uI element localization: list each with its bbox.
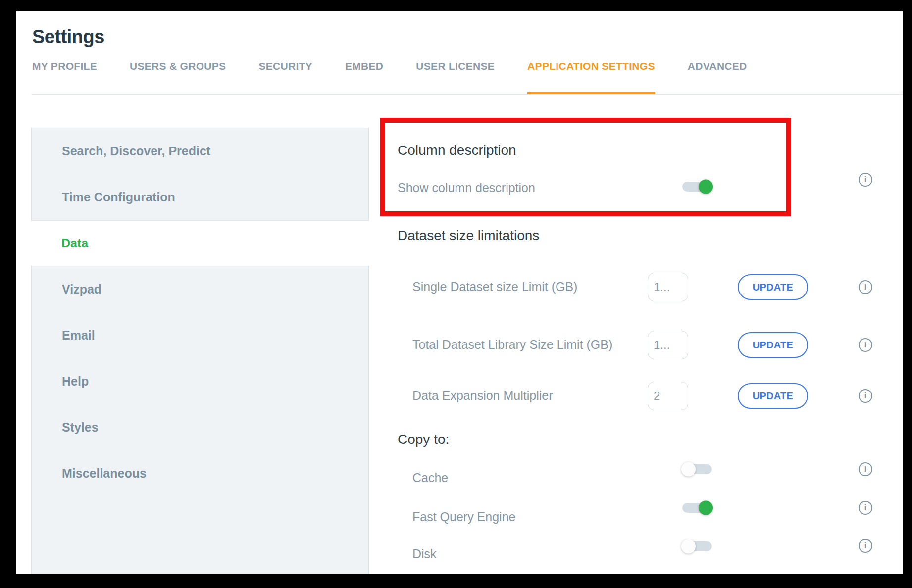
show-column-description-label: Show column description bbox=[398, 181, 535, 195]
toggle-knob bbox=[699, 180, 713, 194]
info-icon[interactable]: i bbox=[859, 338, 872, 352]
info-icon[interactable]: i bbox=[859, 501, 872, 515]
disk-toggle[interactable] bbox=[682, 541, 712, 551]
total-dataset-library-label: Total Dataset Library Size Limit (GB) bbox=[412, 338, 612, 352]
fast-query-engine-label: Fast Query Engine bbox=[412, 510, 515, 524]
tab-bar: MY PROFILE USERS & GROUPS SECURITY EMBED… bbox=[32, 60, 747, 94]
show-column-description-toggle[interactable] bbox=[682, 182, 712, 192]
disk-label: Disk bbox=[412, 547, 437, 561]
total-dataset-library-update-button[interactable]: UPDATE bbox=[738, 332, 808, 358]
total-dataset-library-input[interactable] bbox=[648, 331, 688, 359]
page-title: Settings bbox=[32, 26, 104, 48]
sidebar-item-miscellaneous[interactable]: Miscellaneous bbox=[32, 450, 368, 496]
data-expansion-multiplier-label: Data Expansion Multiplier bbox=[412, 389, 553, 403]
tab-bar-divider bbox=[31, 94, 903, 95]
info-icon[interactable]: i bbox=[859, 389, 872, 403]
tab-my-profile[interactable]: MY PROFILE bbox=[32, 60, 97, 94]
sidebar-item-email[interactable]: Email bbox=[32, 312, 368, 358]
info-icon[interactable]: i bbox=[859, 539, 872, 553]
toggle-knob bbox=[699, 501, 713, 515]
sidebar-item-data[interactable]: Data bbox=[31, 220, 369, 266]
tab-security[interactable]: SECURITY bbox=[258, 60, 312, 94]
tab-embed[interactable]: EMBED bbox=[345, 60, 383, 94]
tab-advanced[interactable]: ADVANCED bbox=[688, 60, 747, 94]
copy-to-heading: Copy to: bbox=[398, 432, 449, 447]
sidebar-item-vizpad[interactable]: Vizpad bbox=[32, 266, 368, 312]
info-icon[interactable]: i bbox=[859, 173, 872, 187]
data-expansion-multiplier-update-button[interactable]: UPDATE bbox=[738, 383, 808, 409]
single-dataset-size-label: Single Dataset size Limit (GB) bbox=[412, 280, 577, 294]
column-description-heading: Column description bbox=[398, 143, 516, 158]
tab-user-license[interactable]: USER LICENSE bbox=[416, 60, 495, 94]
tab-users-groups[interactable]: USERS & GROUPS bbox=[130, 60, 226, 94]
red-highlight-box bbox=[380, 118, 791, 216]
sidebar-item-styles[interactable]: Styles bbox=[32, 404, 368, 450]
sidebar-item-time-configuration[interactable]: Time Configuration bbox=[32, 174, 368, 220]
sidebar-item-search-discover-predict[interactable]: Search, Discover, Predict bbox=[32, 128, 368, 174]
dataset-size-heading: Dataset size limitations bbox=[398, 228, 539, 244]
data-expansion-multiplier-input[interactable] bbox=[648, 382, 688, 410]
cache-label: Cache bbox=[412, 471, 448, 485]
fast-query-engine-toggle[interactable] bbox=[682, 503, 712, 513]
toggle-knob bbox=[681, 462, 696, 477]
sidebar-item-help[interactable]: Help bbox=[32, 358, 368, 404]
settings-sidebar: Search, Discover, Predict Time Configura… bbox=[31, 128, 369, 574]
toggle-knob bbox=[681, 539, 696, 554]
info-icon[interactable]: i bbox=[859, 462, 872, 476]
info-icon[interactable]: i bbox=[859, 280, 872, 294]
settings-window: Settings MY PROFILE USERS & GROUPS SECUR… bbox=[16, 11, 903, 574]
single-dataset-size-update-button[interactable]: UPDATE bbox=[738, 274, 808, 300]
cache-toggle[interactable] bbox=[682, 464, 712, 474]
tab-application-settings[interactable]: APPLICATION SETTINGS bbox=[527, 60, 655, 94]
single-dataset-size-input[interactable] bbox=[648, 273, 688, 301]
